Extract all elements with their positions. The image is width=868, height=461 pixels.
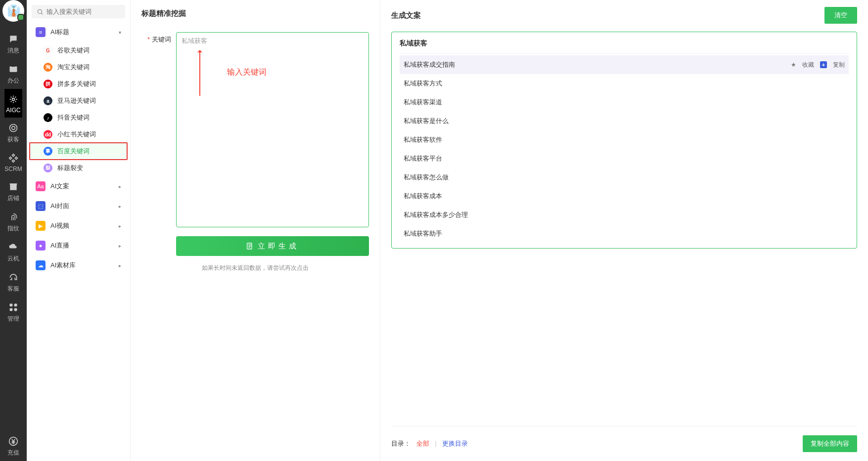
brand-icon: ♪	[44, 113, 52, 122]
grid-icon	[8, 302, 19, 313]
result-row[interactable]: 私域获客怎么做★收藏+复制	[400, 168, 849, 187]
result-row[interactable]: 私域获客成本多少合理★收藏+复制	[400, 206, 849, 224]
svg-point-2	[12, 98, 15, 101]
brand-icon: 掌	[44, 147, 52, 156]
result-row[interactable]: 私域获客渠道★收藏+复制	[400, 93, 849, 112]
chat-icon	[8, 34, 19, 44]
brand-icon: G	[44, 46, 52, 55]
group-icon: Aa	[36, 181, 46, 191]
group-icon: ▶	[36, 221, 46, 231]
shop-icon	[8, 181, 19, 192]
swap-link[interactable]: 更换目录	[442, 440, 468, 447]
all-link[interactable]: 全部	[416, 440, 429, 447]
svg-rect-5	[10, 304, 13, 307]
svg-rect-7	[10, 308, 13, 311]
rail-scrm[interactable]: SCRM	[4, 148, 22, 176]
brand-icon: 裂	[44, 164, 52, 172]
doc-icon	[246, 242, 254, 250]
chevron-right-icon: ▸	[119, 204, 121, 209]
copy-all-button[interactable]: 复制全部内容	[803, 435, 857, 452]
annotation-text: 输入关键词	[227, 67, 267, 78]
sub-item-0[interactable]: G谷歌关键词	[30, 42, 127, 59]
group-icon: ⬚	[36, 201, 46, 211]
result-row[interactable]: 私域获客助手★收藏+复制	[400, 224, 849, 243]
brand-icon: dd	[44, 130, 52, 139]
page-title: 标题精准挖掘	[141, 9, 369, 18]
sub-item-1[interactable]: 淘淘宝关键词	[30, 59, 127, 76]
svg-rect-6	[14, 304, 17, 307]
target-icon	[8, 123, 19, 133]
menu-group-2[interactable]: ▶AI视频▸	[30, 216, 127, 236]
brain-icon	[8, 94, 19, 105]
svg-point-10	[38, 9, 42, 13]
search-input[interactable]	[46, 8, 120, 15]
svg-point-4	[12, 126, 15, 130]
rail-chat[interactable]: 消息	[4, 29, 22, 59]
rail-target[interactable]: 获客	[4, 118, 22, 148]
badge-icon	[8, 64, 19, 75]
sub-item-5[interactable]: dd小红书关键词	[30, 126, 127, 143]
result-row[interactable]: 私域获客是什么★收藏+复制	[400, 112, 849, 130]
search-icon	[37, 8, 44, 15]
card-title: 私域获客	[400, 39, 849, 53]
brand-icon: a	[44, 96, 52, 105]
rail-recharge[interactable]: 充值	[0, 431, 27, 461]
headset-icon	[8, 272, 19, 283]
menu-group-0[interactable]: AaAI文案▸	[30, 176, 127, 196]
result-row[interactable]: 私域获客成本★收藏+复制	[400, 187, 849, 206]
plus-icon[interactable]: +	[820, 61, 827, 68]
rail-headset[interactable]: 客服	[4, 267, 22, 297]
svg-point-3	[10, 125, 17, 132]
group-icon: ●	[36, 241, 46, 251]
clear-button[interactable]: 清空	[824, 7, 857, 24]
result-row[interactable]: 私域获客软件★收藏+复制	[400, 130, 849, 149]
svg-rect-8	[14, 308, 17, 311]
sub-item-7[interactable]: 裂标题裂变	[30, 160, 127, 176]
rail-badge[interactable]: 办公	[4, 59, 22, 89]
avatar[interactable]: 👔	[2, 0, 24, 22]
sub-item-6[interactable]: 掌百度关键词	[30, 143, 127, 160]
cloud-icon	[8, 242, 19, 252]
svg-rect-1	[11, 65, 15, 67]
result-row[interactable]: 私域获客方式★收藏+复制	[400, 74, 849, 93]
chevron-down-icon: ▾	[119, 30, 121, 35]
chevron-right-icon: ▸	[119, 184, 121, 189]
fingerprint-icon	[8, 211, 19, 222]
svg-rect-0	[10, 66, 17, 72]
rail-grid[interactable]: 管理	[4, 297, 22, 327]
right-panel: 生成文案 清空 私域获客 私域获客成交指南★收藏+复制私域获客方式★收藏+复制私…	[380, 0, 868, 461]
keyword-label: *关键词	[141, 32, 171, 44]
sub-item-2[interactable]: 拼拼多多关键词	[30, 76, 127, 92]
generate-button[interactable]: 立即生成	[176, 236, 369, 256]
menu-group-1[interactable]: ⬚AI封面▸	[30, 196, 127, 216]
result-row[interactable]: 私域获客成交指南★收藏+复制	[400, 55, 849, 74]
rail-shop[interactable]: 店铺	[4, 176, 22, 207]
chevron-right-icon: ▸	[119, 263, 121, 268]
retry-hint: 如果长时间未返回数据，请尝试再次点击	[141, 264, 369, 272]
group-icon: ☁	[36, 260, 46, 270]
rail-brain[interactable]: AIGC	[4, 89, 22, 118]
menu-group-3[interactable]: ●AI直播▸	[30, 236, 127, 255]
bottom-crumb: 目录： 全部 | 更换目录	[391, 439, 468, 448]
keyword-input[interactable]: 私域获客 输入关键词	[176, 32, 369, 227]
secondary-nav: ≡ AI标题 ▾ G谷歌关键词淘淘宝关键词拼拼多多关键词a亚马逊关键词♪抖音关键…	[27, 0, 131, 461]
title-icon: ≡	[36, 27, 46, 37]
rail-cloud[interactable]: 云机	[4, 237, 22, 267]
sub-item-4[interactable]: ♪抖音关键词	[30, 109, 127, 126]
brand-icon: 淘	[44, 63, 52, 72]
brand-icon: 拼	[44, 80, 52, 88]
menu-group-4[interactable]: ☁AI素材库▸	[30, 255, 127, 275]
search-box[interactable]	[32, 5, 125, 18]
chevron-right-icon: ▸	[119, 243, 121, 249]
scrm-icon	[8, 153, 19, 164]
result-row[interactable]: 私域获客平台★收藏+复制	[400, 149, 849, 168]
chevron-right-icon: ▸	[119, 223, 121, 229]
star-icon[interactable]: ★	[791, 61, 796, 68]
result-card: 私域获客 私域获客成交指南★收藏+复制私域获客方式★收藏+复制私域获客渠道★收藏…	[391, 32, 857, 249]
nav-rail: 👔 消息办公AIGC获客SCRM店铺指纹云机客服管理 充值	[0, 0, 27, 461]
rail-fingerprint[interactable]: 指纹	[4, 207, 22, 237]
annotation-arrow-icon	[199, 51, 200, 96]
sub-item-3[interactable]: a亚马逊关键词	[30, 92, 127, 109]
result-title: 生成文案	[391, 11, 421, 20]
menu-group-ai-title[interactable]: ≡ AI标题 ▾	[30, 22, 127, 42]
